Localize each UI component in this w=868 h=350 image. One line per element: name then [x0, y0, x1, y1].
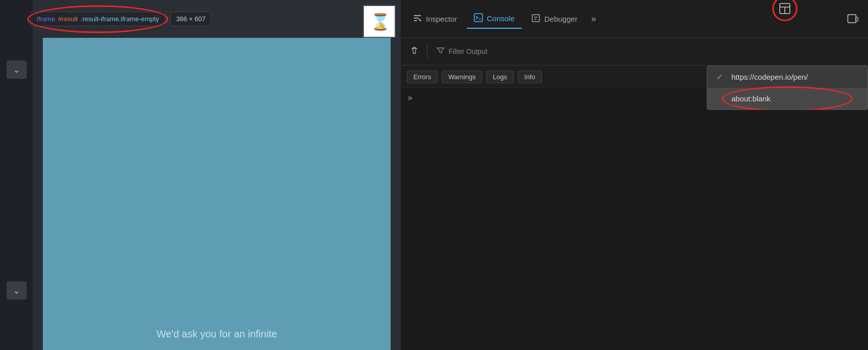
tag-id: #result [58, 15, 78, 23]
tab-inspector-label: Inspector [426, 15, 457, 23]
devtools-toolbar: Inspector Console Debugger [401, 0, 868, 38]
console-main-area: » [401, 88, 868, 350]
size-badge: 386 × 607 [170, 12, 211, 26]
console-icon [474, 13, 483, 24]
dropdown-item-codepen-label: https://codepen.io/pen/ [731, 73, 808, 81]
filter-errors-button[interactable]: Errors [407, 71, 438, 83]
tag-classes: .result-iframe.iframe-empty [81, 15, 159, 23]
sidebar-arrow-bottom[interactable]: ⌄ [7, 281, 27, 300]
layout-icon-button[interactable] [775, 0, 795, 19]
filter-output-label: Filter Output [449, 47, 487, 55]
tab-console-label: Console [487, 14, 515, 23]
left-panel: ⌄ ⌄ We'd ask you for an infinite iframe … [0, 0, 401, 350]
more-tabs-button[interactable]: » [587, 11, 600, 27]
blue-content-area: We'd ask you for an infinite [43, 38, 391, 350]
filter-buttons-row: Errors Warnings Logs Info ✓ https://code… [401, 66, 868, 88]
debugger-icon [531, 14, 540, 24]
svg-rect-6 [856, 17, 858, 21]
dropdown-item-codepen[interactable]: ✓ https://codepen.io/pen/ [707, 66, 867, 88]
console-toolbar: Filter Output [401, 38, 868, 66]
svg-rect-4 [780, 4, 790, 14]
toolbar-divider [427, 44, 427, 59]
dropdown-item-about-label: about:blank [731, 94, 771, 103]
filter-logs-button[interactable]: Logs [486, 71, 514, 83]
tag-element-name: iframe [37, 15, 55, 23]
tab-inspector[interactable]: Inspector [406, 10, 464, 28]
red-circle-layout-annotation [775, 0, 795, 19]
blue-content-text: We'd ask you for an infinite [156, 328, 277, 340]
tab-debugger[interactable]: Debugger [524, 10, 585, 28]
filter-warnings-button[interactable]: Warnings [442, 71, 482, 83]
left-sidebar: ⌄ ⌄ [0, 0, 33, 350]
iframe-tag: iframe #result .result-iframe.iframe-emp… [30, 12, 165, 26]
dropdown-item-about-blank[interactable]: ✓ about:blank [707, 88, 867, 109]
filter-icon [437, 46, 445, 56]
svg-rect-5 [848, 15, 856, 23]
tab-debugger-label: Debugger [544, 15, 578, 23]
expand-arrow[interactable]: » [408, 93, 412, 102]
sidebar-arrow-top[interactable]: ⌄ [7, 61, 27, 79]
check-icon: ✓ [716, 72, 726, 82]
inspector-icon [413, 14, 422, 24]
context-dropdown-menu: ✓ https://codepen.io/pen/ ✓ about:blank [707, 66, 868, 110]
filter-output-area: Filter Output [432, 44, 491, 59]
responsive-icon-button[interactable] [843, 9, 863, 29]
tab-console[interactable]: Console [467, 9, 522, 29]
svg-rect-3 [532, 15, 539, 22]
iframe-tag-container: iframe #result .result-iframe.iframe-emp… [30, 12, 165, 26]
right-panel: Inspector Console Debugger [401, 0, 868, 350]
dropdown-item-about-container: ✓ about:blank [707, 88, 867, 109]
clear-console-button[interactable] [407, 43, 422, 61]
iframe-label-bar: iframe #result .result-iframe.iframe-emp… [0, 0, 401, 38]
filter-info-button[interactable]: Info [518, 71, 542, 83]
